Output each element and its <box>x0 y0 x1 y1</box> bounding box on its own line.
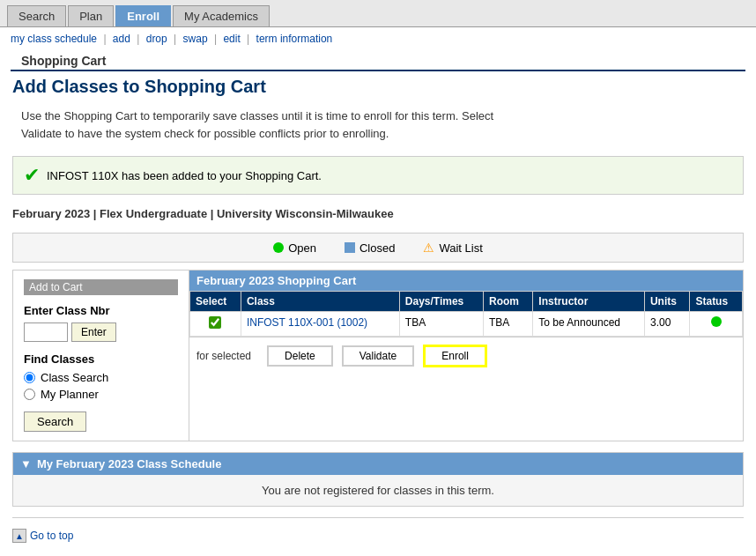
legend-waitlist-label: Wait List <box>439 241 482 255</box>
legend-closed-label: Closed <box>359 241 395 255</box>
class-link[interactable]: INFOST 110X-001 (1002) <box>247 316 367 329</box>
breadcrumb-edit[interactable]: edit <box>223 33 240 45</box>
tab-enroll[interactable]: Enroll <box>115 5 171 26</box>
cart-layout: Add to Cart Enter Class Nbr Enter Find C… <box>13 271 743 441</box>
row-class-cell: INFOST 110X-001 (1002) <box>241 312 399 337</box>
for-selected-text: for selected <box>196 350 251 362</box>
row-select-cell <box>190 312 241 337</box>
row-checkbox[interactable] <box>209 316 221 329</box>
left-panel-title: Add to Cart <box>24 279 178 295</box>
col-units[interactable]: Units <box>644 292 690 312</box>
tab-search[interactable]: Search <box>7 5 66 26</box>
col-instructor[interactable]: Instructor <box>533 292 645 312</box>
breadcrumb-term-information[interactable]: term information <box>256 33 333 45</box>
check-icon: ✔ <box>24 164 40 187</box>
legend-closed: Closed <box>345 241 395 255</box>
my-planner-radio[interactable] <box>24 389 35 400</box>
breadcrumb: my class schedule | add | drop | swap | … <box>0 27 756 50</box>
schedule-header-text: My February 2023 Class Schedule <box>37 457 222 471</box>
info-text: Use the Shopping Cart to temporarily sav… <box>0 102 756 151</box>
legend-bar: Open Closed ⚠ Wait List <box>12 233 744 263</box>
col-days-times[interactable]: Days/Times <box>399 292 483 312</box>
enroll-button[interactable]: Enroll <box>423 345 487 367</box>
row-units-cell: 3.00 <box>644 312 690 337</box>
footer: ▲ Go to top <box>0 518 756 553</box>
class-search-label: Class Search <box>41 371 108 384</box>
schedule-body: You are not registered for classes in th… <box>13 475 743 506</box>
schedule-section: ▼ My February 2023 Class Schedule You ar… <box>12 452 744 507</box>
closed-dot-icon <box>345 242 355 253</box>
find-classes-label: Find Classes <box>24 352 178 366</box>
enter-class-label: Enter Class Nbr <box>24 304 178 317</box>
row-status-cell <box>690 312 743 337</box>
up-arrow-icon: ▲ <box>12 529 26 543</box>
breadcrumb-swap[interactable]: swap <box>183 33 208 45</box>
cart-table-header: February 2023 Shopping Cart <box>189 271 743 291</box>
go-to-top-text: Go to top <box>30 530 73 542</box>
breadcrumb-drop[interactable]: drop <box>146 33 167 45</box>
class-search-radio[interactable] <box>24 372 35 383</box>
delete-button[interactable]: Delete <box>267 345 333 367</box>
col-class[interactable]: Class <box>241 292 399 312</box>
go-to-top-link[interactable]: ▲ Go to top <box>12 529 744 543</box>
success-box: ✔ INFOST 110X has been added to your Sho… <box>12 156 744 195</box>
for-selected-row: for selected Delete Validate Enroll <box>189 337 743 374</box>
open-dot-icon <box>273 242 284 253</box>
row-instructor-cell: To be Announced <box>533 312 645 337</box>
row-room-cell: TBA <box>484 312 533 337</box>
validate-button[interactable]: Validate <box>342 345 414 367</box>
page-title: Add Classes to Shopping Cart <box>0 71 756 102</box>
left-panel: Add to Cart Enter Class Nbr Enter Find C… <box>13 271 189 441</box>
breadcrumb-add[interactable]: add <box>113 33 130 45</box>
search-button[interactable]: Search <box>24 411 86 432</box>
breadcrumb-my-class-schedule[interactable]: my class schedule <box>11 33 97 45</box>
status-open-icon <box>711 316 722 327</box>
warning-icon: ⚠ <box>423 241 434 255</box>
class-search-radio-row: Class Search <box>24 371 178 384</box>
col-status[interactable]: Status <box>690 292 743 312</box>
my-planner-radio-row: My Planner <box>24 388 178 401</box>
schedule-header[interactable]: ▼ My February 2023 Class Schedule <box>13 453 743 475</box>
enter-row: Enter <box>24 322 178 342</box>
legend-open-label: Open <box>288 241 316 255</box>
col-select[interactable]: Select <box>190 292 241 312</box>
legend-open: Open <box>273 241 316 255</box>
my-planner-label: My Planner <box>41 388 99 401</box>
tab-plan[interactable]: Plan <box>68 5 114 26</box>
enter-button[interactable]: Enter <box>71 322 116 342</box>
top-nav: Search Plan Enroll My Academics <box>0 0 756 27</box>
col-room[interactable]: Room <box>484 292 533 312</box>
main-content: Add to Cart Enter Class Nbr Enter Find C… <box>12 270 744 441</box>
success-message: INFOST 110X has been added to your Shopp… <box>47 169 322 182</box>
row-days-times-cell: TBA <box>399 312 483 337</box>
class-nbr-input[interactable] <box>24 322 68 342</box>
section-header: Shopping Cart <box>11 50 745 71</box>
right-panel: February 2023 Shopping Cart Select Class… <box>189 271 743 441</box>
section-header-text: Shopping Cart <box>21 54 106 68</box>
tab-my-academics[interactable]: My Academics <box>173 5 270 26</box>
collapse-icon: ▼ <box>20 457 32 471</box>
table-row: INFOST 110X-001 (1002) TBA TBA To be Ann… <box>190 312 743 337</box>
legend-waitlist: ⚠ Wait List <box>423 241 482 255</box>
cart-table: Select Class Days/Times Room Instructor … <box>189 291 743 337</box>
term-info: February 2023 | Flex Undergraduate | Uni… <box>0 200 756 227</box>
